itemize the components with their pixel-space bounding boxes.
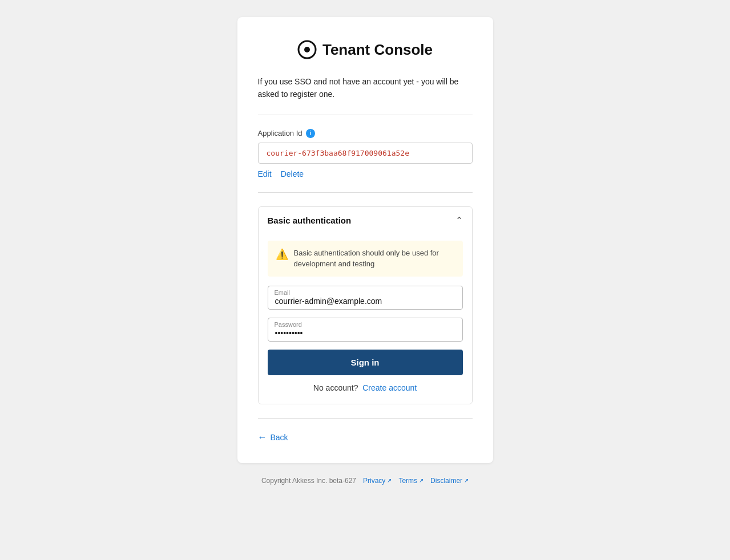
privacy-external-icon: ↗ xyxy=(387,477,392,484)
copyright-text: Copyright Akkess Inc. beta-627 xyxy=(261,477,356,485)
terms-link[interactable]: Terms ↗ xyxy=(398,477,424,485)
disclaimer-external-icon: ↗ xyxy=(464,477,469,484)
terms-external-icon: ↗ xyxy=(419,477,424,484)
application-id-label: Application Id i xyxy=(258,129,473,138)
no-account-text: No account? xyxy=(313,383,358,392)
create-account-link[interactable]: Create account xyxy=(362,383,417,392)
password-field-group: Password xyxy=(268,318,463,342)
sign-in-button[interactable]: Sign in xyxy=(268,350,463,375)
back-link[interactable]: Back xyxy=(271,433,288,442)
basic-auth-body: ⚠️ Basic authentication should only be u… xyxy=(259,234,472,404)
footer: Copyright Akkess Inc. beta-627 Privacy ↗… xyxy=(261,477,469,485)
logo-row: Tenant Console xyxy=(258,40,473,59)
disclaimer-link[interactable]: Disclaimer ↗ xyxy=(430,477,469,485)
back-arrow-icon: ← xyxy=(258,432,267,443)
password-input[interactable] xyxy=(268,318,463,342)
no-account-row: No account? Create account xyxy=(268,383,463,392)
sso-description: If you use SSO and not have an account y… xyxy=(258,75,473,101)
warning-text: Basic authentication should only be used… xyxy=(294,247,455,270)
delete-button[interactable]: Delete xyxy=(281,169,304,178)
back-row: ← Back xyxy=(258,432,473,443)
basic-auth-title: Basic authentication xyxy=(268,216,352,225)
application-id-value: courier-673f3baa68f917009061a52e xyxy=(258,143,473,164)
akkess-logo-icon xyxy=(297,40,317,59)
chevron-up-icon: ⌃ xyxy=(455,215,463,226)
divider-1 xyxy=(258,115,473,115)
application-id-actions: Edit Delete xyxy=(258,169,473,178)
email-input[interactable] xyxy=(268,286,463,310)
email-field-group: Email xyxy=(268,286,463,310)
basic-auth-header[interactable]: Basic authentication ⌃ xyxy=(259,207,472,234)
svg-point-1 xyxy=(304,47,310,52)
privacy-link[interactable]: Privacy ↗ xyxy=(363,477,392,485)
main-card: Tenant Console If you use SSO and not ha… xyxy=(237,17,493,463)
divider-3 xyxy=(258,418,473,419)
divider-2 xyxy=(258,192,473,193)
basic-auth-panel: Basic authentication ⌃ ⚠️ Basic authenti… xyxy=(258,206,473,404)
warning-box: ⚠️ Basic authentication should only be u… xyxy=(268,241,463,277)
warning-triangle-icon: ⚠️ xyxy=(276,248,288,261)
application-id-info-icon[interactable]: i xyxy=(306,129,315,138)
app-title: Tenant Console xyxy=(322,41,433,59)
edit-button[interactable]: Edit xyxy=(258,169,272,178)
